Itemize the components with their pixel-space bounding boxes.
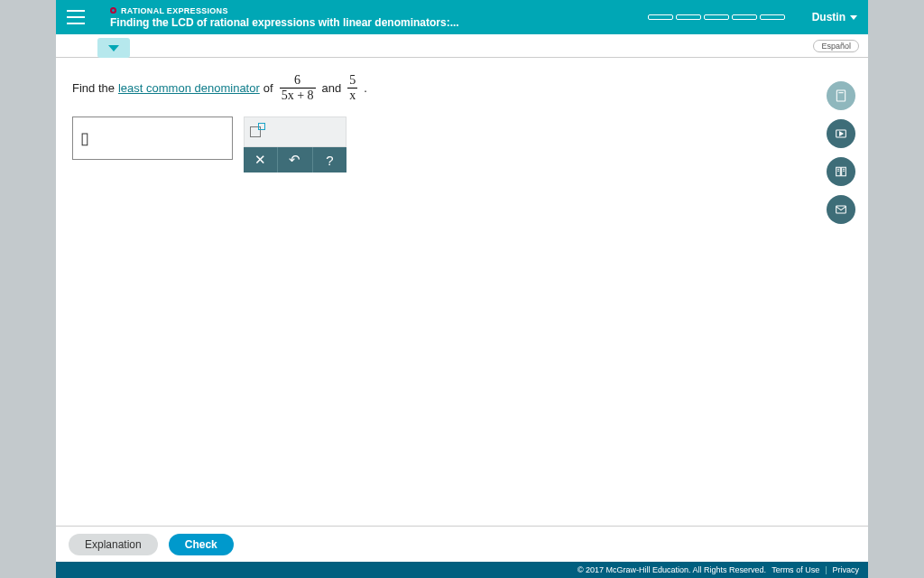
video-button[interactable] [827, 119, 855, 148]
terms-link[interactable]: Terms of Use [772, 565, 819, 574]
caret-down-icon [850, 15, 857, 20]
privacy-link[interactable]: Privacy [832, 565, 859, 574]
answer-placeholder: ▯ [80, 128, 89, 148]
answer-input[interactable]: ▯ [72, 117, 233, 160]
side-tools [827, 81, 855, 224]
message-button[interactable] [827, 195, 855, 224]
fraction-2-numerator: 5 [347, 74, 357, 88]
svg-rect-0 [836, 90, 845, 101]
user-menu[interactable]: Dustin [812, 11, 857, 23]
fraction-2-denominator: x [347, 88, 357, 102]
triangle-down-icon [108, 45, 119, 51]
prompt-period: . [364, 81, 367, 95]
exponent-tool-icon[interactable] [250, 126, 261, 137]
clear-button[interactable]: ✕ [244, 147, 278, 172]
menu-icon[interactable] [67, 10, 85, 24]
user-name: Dustin [812, 11, 845, 23]
check-button[interactable]: Check [169, 534, 234, 555]
calculator-icon [834, 89, 848, 103]
fraction-1: 6 5x + 8 [280, 74, 316, 102]
sub-bar: Español [56, 34, 868, 58]
calculator-button[interactable] [827, 81, 855, 110]
lcd-link[interactable]: least common denominator [118, 81, 260, 95]
math-toolbox-actions: ✕ ↶ ? [244, 147, 346, 172]
language-toggle[interactable]: Español [813, 40, 859, 52]
topic-dropdown-button[interactable] [97, 38, 130, 58]
play-icon [834, 126, 848, 141]
fraction-1-numerator: 6 [292, 74, 302, 88]
prompt-prefix: Find the [72, 81, 115, 95]
question-prompt: Find the least common denominator of 6 5… [72, 74, 814, 102]
help-button[interactable]: ? [313, 147, 346, 172]
header-titles: RATIONAL EXPRESSIONS Finding the LCD of … [110, 6, 648, 29]
app-header: RATIONAL EXPRESSIONS Finding the LCD of … [56, 0, 868, 34]
separator: | [825, 565, 827, 574]
math-toolbox-top[interactable] [244, 117, 346, 147]
book-icon [834, 164, 848, 179]
undo-button[interactable]: ↶ [278, 147, 312, 172]
prompt-and: and [322, 81, 342, 95]
footer-bar: Explanation Check [56, 526, 868, 562]
copyright-bar: © 2017 McGraw-Hill Education. All Rights… [56, 562, 868, 578]
math-toolbox: ✕ ↶ ? [244, 117, 346, 172]
explanation-button[interactable]: Explanation [69, 534, 158, 555]
fraction-2: 5 x [347, 74, 357, 102]
topic-dot-icon [110, 7, 116, 14]
progress-indicator [648, 14, 785, 20]
content-area: Find the least common denominator of 6 5… [56, 58, 868, 526]
textbook-button[interactable] [827, 157, 855, 186]
svg-marker-9 [840, 132, 843, 135]
mail-icon [834, 202, 848, 217]
fraction-1-denominator: 5x + 8 [280, 88, 316, 102]
prompt-of: of [263, 81, 273, 95]
topic-label: RATIONAL EXPRESSIONS [121, 6, 228, 15]
copyright-text: © 2017 McGraw-Hill Education. All Rights… [578, 565, 766, 574]
answer-row: ▯ ✕ ↶ ? [72, 117, 814, 172]
page-title: Finding the LCD of rational expressions … [110, 16, 648, 29]
